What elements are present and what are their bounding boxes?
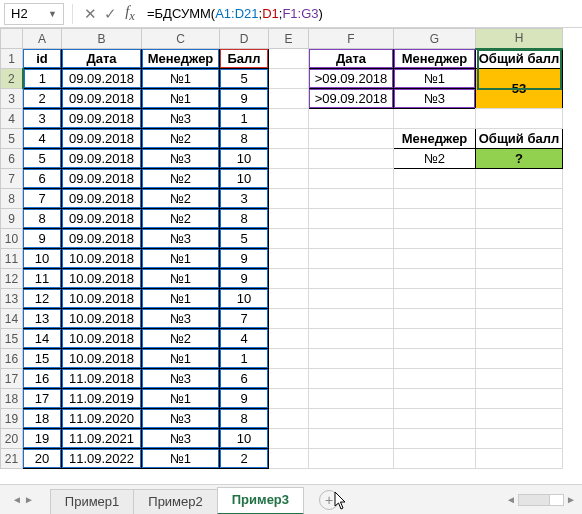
cell[interactable] <box>309 109 394 129</box>
cell[interactable]: №2 <box>142 209 220 229</box>
cell[interactable] <box>476 109 563 129</box>
cell[interactable]: 3 <box>23 109 62 129</box>
cell[interactable]: 10.09.2018 <box>62 269 142 289</box>
cell[interactable] <box>309 169 394 189</box>
cell[interactable]: 13 <box>23 309 62 329</box>
sheet-tab[interactable]: Пример1 <box>50 489 134 515</box>
cell[interactable]: №3 <box>142 229 220 249</box>
cell[interactable]: 09.09.2018 <box>62 69 142 89</box>
cell[interactable] <box>269 349 309 369</box>
col-header[interactable]: A <box>23 29 62 49</box>
cell[interactable] <box>309 309 394 329</box>
cell[interactable]: Общий балл <box>476 49 563 69</box>
cell[interactable] <box>394 449 476 469</box>
cell[interactable]: №3 <box>142 429 220 449</box>
cell[interactable]: 09.09.2018 <box>62 209 142 229</box>
spreadsheet-grid[interactable]: A B C D E F G H 1 id Дата Менеджер Балл … <box>0 28 582 482</box>
cell[interactable] <box>476 409 563 429</box>
cell[interactable]: №3 <box>142 409 220 429</box>
cancel-icon[interactable]: ✕ <box>81 5 99 23</box>
cell[interactable]: 2 <box>220 449 269 469</box>
cell[interactable]: id <box>23 49 62 69</box>
cell[interactable]: 2 <box>23 89 62 109</box>
cell[interactable]: 10 <box>220 429 269 449</box>
col-header[interactable]: G <box>394 29 476 49</box>
cell[interactable] <box>476 309 563 329</box>
cell[interactable]: №3 <box>142 309 220 329</box>
cell[interactable] <box>309 189 394 209</box>
cell[interactable] <box>309 209 394 229</box>
cell[interactable] <box>476 269 563 289</box>
cell[interactable] <box>476 249 563 269</box>
cell[interactable] <box>394 109 476 129</box>
row-header[interactable]: 20 <box>1 429 23 449</box>
cell[interactable] <box>394 309 476 329</box>
cell[interactable] <box>476 169 563 189</box>
cell[interactable]: >09.09.2018 <box>309 89 394 109</box>
cell[interactable]: 8 <box>220 129 269 149</box>
cell[interactable]: 5 <box>23 149 62 169</box>
cell[interactable]: 09.09.2018 <box>62 89 142 109</box>
cell[interactable] <box>309 149 394 169</box>
cell[interactable] <box>269 389 309 409</box>
cell[interactable]: 10 <box>220 169 269 189</box>
cell[interactable]: 09.09.2018 <box>62 229 142 249</box>
cell[interactable]: 10 <box>23 249 62 269</box>
cell[interactable]: №1 <box>142 249 220 269</box>
row-header[interactable]: 9 <box>1 209 23 229</box>
cell[interactable] <box>269 309 309 329</box>
cell[interactable] <box>269 189 309 209</box>
cell[interactable] <box>269 49 309 69</box>
fx-icon[interactable]: fx <box>121 3 139 24</box>
accept-icon[interactable]: ✓ <box>101 5 119 23</box>
cell[interactable] <box>309 229 394 249</box>
row-header[interactable]: 10 <box>1 229 23 249</box>
cell[interactable]: Балл <box>220 49 269 69</box>
cell[interactable]: 8 <box>220 409 269 429</box>
cell[interactable]: 09.09.2018 <box>62 129 142 149</box>
cell[interactable] <box>394 429 476 449</box>
add-sheet-button[interactable]: + <box>319 490 339 510</box>
cell[interactable]: >09.09.2018 <box>309 69 394 89</box>
row-header[interactable]: 4 <box>1 109 23 129</box>
cell[interactable] <box>309 389 394 409</box>
cell[interactable]: 10 <box>220 149 269 169</box>
cell[interactable]: 1 <box>23 69 62 89</box>
cell[interactable] <box>394 209 476 229</box>
row-header[interactable]: 5 <box>1 129 23 149</box>
cell[interactable]: 12 <box>23 289 62 309</box>
row-header[interactable]: 19 <box>1 409 23 429</box>
cell[interactable] <box>269 409 309 429</box>
cell[interactable]: №1 <box>142 349 220 369</box>
cell[interactable] <box>394 409 476 429</box>
row-header[interactable]: 21 <box>1 449 23 469</box>
cell[interactable] <box>394 269 476 289</box>
select-all-corner[interactable] <box>1 29 23 49</box>
cell[interactable] <box>309 269 394 289</box>
row-header[interactable]: 15 <box>1 329 23 349</box>
cell[interactable]: 10.09.2018 <box>62 349 142 369</box>
cell[interactable]: Менеджер <box>394 129 476 149</box>
row-header[interactable]: 2 <box>1 69 23 89</box>
cell[interactable] <box>309 289 394 309</box>
row-header[interactable]: 11 <box>1 249 23 269</box>
cell[interactable]: 7 <box>23 189 62 209</box>
cell[interactable] <box>309 369 394 389</box>
cell[interactable] <box>309 449 394 469</box>
cell[interactable]: 09.09.2018 <box>62 149 142 169</box>
cell[interactable]: №1 <box>142 289 220 309</box>
row-header[interactable]: 17 <box>1 369 23 389</box>
row-header[interactable]: 8 <box>1 189 23 209</box>
cell[interactable]: 9 <box>220 389 269 409</box>
cell[interactable] <box>269 209 309 229</box>
cell[interactable]: Менеджер <box>394 49 476 69</box>
cell[interactable]: 5 <box>220 229 269 249</box>
cell[interactable] <box>476 369 563 389</box>
row-header[interactable]: 14 <box>1 309 23 329</box>
cell[interactable] <box>394 169 476 189</box>
cell[interactable]: №2 <box>142 169 220 189</box>
cell[interactable]: 17 <box>23 389 62 409</box>
cell[interactable] <box>269 69 309 89</box>
cell[interactable] <box>269 169 309 189</box>
cell[interactable] <box>476 209 563 229</box>
